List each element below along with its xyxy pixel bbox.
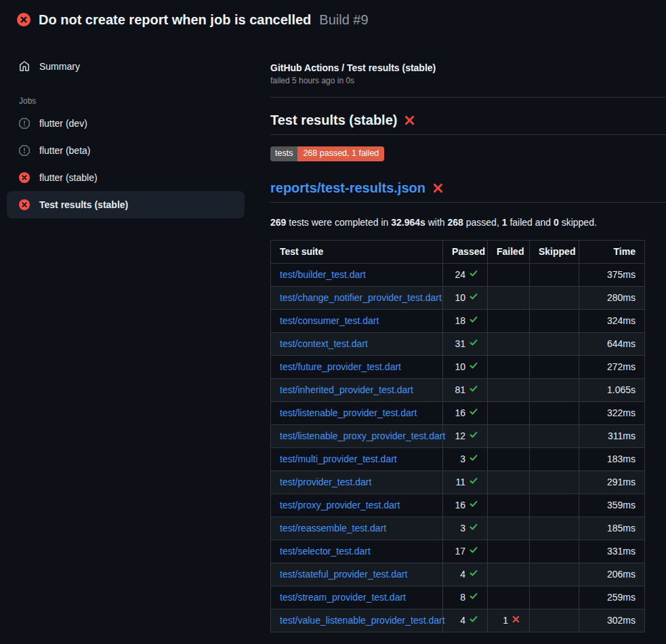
passed-cell: 16 (443, 494, 488, 517)
test-suite-link[interactable]: test/value_listenable_provider_test.dart (280, 615, 445, 626)
skipped-cell (530, 309, 579, 332)
test-suite-link[interactable]: test/multi_provider_test.dart (280, 454, 397, 464)
sidebar-item-test-results-stable[interactable]: Test results (stable) (7, 191, 245, 218)
passed-cell: 17 (443, 540, 488, 563)
passed-cell: 3 (443, 517, 488, 540)
time-cell: 280ms (579, 286, 645, 309)
test-suite-link[interactable]: test/reassemble_test.dart (280, 523, 386, 534)
sidebar-job-label: Test results (stable) (39, 199, 128, 210)
table-header-row: Test suite Passed Failed Skipped Time (271, 240, 645, 263)
test-suite-link[interactable]: test/provider_test.dart (280, 477, 371, 487)
table-row: test/builder_test.dart24375ms (271, 263, 645, 286)
test-suite-link[interactable]: test/future_provider_test.dart (280, 361, 401, 372)
check-icon (469, 384, 478, 393)
check-icon (469, 430, 478, 439)
passed-cell: 81 (443, 378, 488, 401)
cancelled-stop-icon (19, 118, 30, 129)
failed-cell (488, 494, 530, 517)
suite-cell: test/reassemble_test.dart (271, 517, 443, 540)
x-mark-icon (512, 615, 520, 624)
test-suite-link[interactable]: test/change_notifier_provider_test.dart (280, 292, 442, 303)
suite-cell: test/selector_test.dart (271, 540, 443, 563)
passed-cell: 24 (443, 263, 488, 286)
skipped-cell (530, 586, 579, 609)
test-suite-link[interactable]: test/inherited_provider_test.dart (280, 384, 413, 395)
test-suite-link[interactable]: test/selector_test.dart (280, 546, 371, 557)
table-row: test/stateful_provider_test.dart4206ms (271, 563, 645, 586)
test-suite-link[interactable]: test/stream_provider_test.dart (280, 592, 406, 603)
failed-cell (488, 332, 530, 355)
time-cell: 322ms (579, 401, 645, 424)
cancelled-stop-icon (19, 145, 30, 156)
skipped-cell (530, 447, 579, 470)
test-suite-link[interactable]: test/context_test.dart (280, 338, 368, 349)
table-row: test/listenable_provider_test.dart16322m… (271, 401, 645, 424)
checks-page: { "colors": { "background": "#0d1117", "… (0, 0, 666, 644)
test-suite-link[interactable]: test/stateful_provider_test.dart (280, 569, 407, 580)
col-failed: Failed (488, 240, 530, 263)
divider (270, 97, 666, 98)
col-passed: Passed (443, 240, 488, 263)
sidebar-item-flutter-beta[interactable]: flutter (beta) (7, 137, 245, 164)
table-row: test/consumer_test.dart18324ms (271, 309, 645, 332)
run-meta: failed 5 hours ago in 0s (270, 76, 666, 85)
suite-cell: test/change_notifier_provider_test.dart (271, 286, 443, 309)
suite-cell: test/builder_test.dart (271, 263, 443, 286)
time-cell: 183ms (579, 447, 645, 470)
table-row: test/proxy_provider_test.dart16359ms (271, 494, 645, 517)
time-cell: 359ms (579, 494, 645, 517)
x-circle-fill-icon (17, 13, 30, 26)
test-suite-link[interactable]: test/consumer_test.dart (280, 315, 379, 326)
test-suite-link[interactable]: test/listenable_proxy_provider_test.dart (280, 430, 445, 441)
check-icon (469, 614, 478, 624)
table-row: test/selector_test.dart17331ms (271, 540, 645, 563)
failed-cell (488, 401, 530, 424)
skipped-cell (530, 332, 579, 355)
sidebar-item-flutter-dev[interactable]: flutter (dev) (7, 110, 245, 137)
breadcrumb: GitHub Actions / Test results (stable) (270, 62, 666, 73)
section-heading-text: Test results (stable) (270, 113, 397, 128)
suite-cell: test/provider_test.dart (271, 470, 443, 494)
table-row: test/multi_provider_test.dart3183ms (271, 447, 645, 470)
suite-cell: test/context_test.dart (271, 332, 443, 355)
skipped-cell (530, 540, 579, 563)
failed-cell: 1 (488, 609, 530, 632)
sidebar-item-summary[interactable]: Summary (7, 53, 245, 80)
check-icon (469, 407, 478, 416)
failed-cell (488, 286, 530, 309)
time-cell: 272ms (579, 355, 645, 378)
time-cell: 311ms (579, 424, 645, 447)
x-circle-fill-icon (19, 199, 30, 210)
check-icon (469, 268, 478, 278)
suite-cell: test/future_provider_test.dart (271, 355, 443, 378)
sidebar-item-flutter-stable[interactable]: flutter (stable) (7, 164, 245, 191)
test-suite-link[interactable]: test/builder_test.dart (280, 269, 366, 280)
table-row: test/reassemble_test.dart3185ms (271, 517, 645, 540)
test-suite-link[interactable]: test/listenable_provider_test.dart (280, 407, 417, 418)
layout: Summary Jobs flutter (dev) flutter (beta… (0, 37, 666, 632)
table-row: test/future_provider_test.dart10272ms (271, 355, 645, 378)
time-cell: 331ms (579, 540, 645, 563)
failed-cell (488, 263, 530, 286)
build-number: Build #9 (319, 12, 368, 27)
skipped-cell (530, 401, 579, 424)
skipped-cell (530, 378, 579, 401)
run-title: Do not create report when job is cancell… (39, 12, 311, 27)
table-row: test/change_notifier_provider_test.dart1… (271, 286, 645, 309)
skipped-cell (530, 563, 579, 586)
cross-mark-icon (404, 115, 415, 126)
test-suite-link[interactable]: test/proxy_provider_test.dart (280, 500, 400, 510)
passed-cell: 4 (443, 563, 488, 586)
home-icon (19, 61, 30, 72)
skipped-cell (530, 424, 579, 447)
col-skipped: Skipped (530, 240, 579, 263)
test-results-table: Test suite Passed Failed Skipped Time te… (270, 240, 645, 632)
time-cell: 291ms (579, 470, 645, 494)
table-row: test/inherited_provider_test.dart811.065… (271, 378, 645, 401)
col-test-suite: Test suite (271, 240, 443, 263)
passed-cell: 11 (443, 470, 488, 494)
report-file-link[interactable]: reports/test-results.json (270, 180, 425, 196)
passed-cell: 4 (443, 609, 488, 632)
sidebar: Summary Jobs flutter (dev) flutter (beta… (0, 37, 254, 218)
passed-cell: 10 (443, 286, 488, 309)
